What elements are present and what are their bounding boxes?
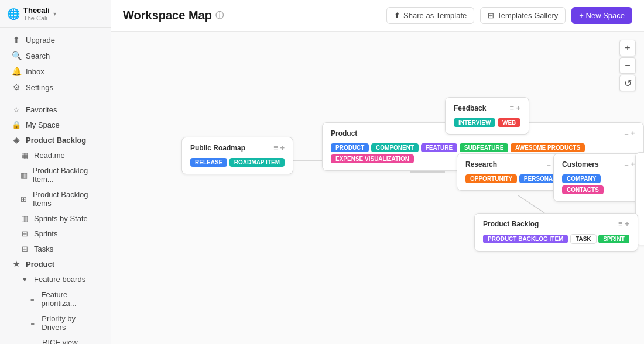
- node-customers-actions[interactable]: ≡ +: [624, 160, 635, 168]
- sidebar-label-tasks: Tasks: [34, 245, 53, 253]
- sidebar-label-sprints-by-state: Sprints by State: [34, 214, 88, 223]
- sidebar-item-search[interactable]: 🔍 Search: [4, 48, 107, 63]
- templates-gallery-btn[interactable]: ⊞ Templates Gallery: [480, 7, 566, 24]
- sprints-by-state-icon: ▥: [20, 214, 29, 223]
- node-customers[interactable]: Customers ≡ + COMPANY CONTACTS: [553, 153, 644, 202]
- sidebar-label-feature-prioritiza: Feature prioritiza...: [42, 290, 99, 308]
- sidebar-label-favorites: Favorites: [26, 105, 57, 114]
- tag-subfeature: SUBFEATURE: [460, 143, 509, 152]
- org-name: Thecali: [23, 6, 50, 15]
- sidebar-item-myspace[interactable]: 🔒 My Space: [4, 118, 107, 132]
- favorites-icon: ☆: [12, 105, 21, 114]
- sidebar-label-upgrade: Upgrade: [26, 36, 55, 44]
- sidebar-label-settings: Settings: [26, 83, 53, 92]
- sidebar-item-tasks[interactable]: ⊞ Tasks: [4, 242, 107, 256]
- header-actions: ⬆ Share as Template ⊞ Templates Gallery …: [386, 7, 632, 24]
- node-research-title: Research: [465, 160, 497, 168]
- tag-contacts: CONTACTS: [562, 185, 604, 194]
- org-sub: The Cali: [23, 15, 50, 22]
- main: Workspace Map ⓘ ⬆ Share as Template ⊞ Te…: [111, 0, 644, 344]
- tag-expense-visualization: EXPENSE VISUALIZATION: [331, 154, 414, 163]
- tasks-icon: ⊞: [20, 245, 29, 253]
- sidebar-item-inbox[interactable]: 🔔 Inbox: [4, 64, 107, 79]
- tag-product: PRODUCT: [331, 143, 369, 152]
- upgrade-icon: ⬆: [12, 35, 21, 44]
- rice-view-icon: ≡: [28, 339, 37, 345]
- zoom-out-btn[interactable]: −: [619, 57, 636, 74]
- sidebar-item-feature-prioritiza[interactable]: ≡ Feature prioritiza...: [4, 287, 107, 311]
- sidebar-item-product[interactable]: ★ Product: [4, 257, 107, 271]
- node-feedback-title: Feedback: [454, 104, 486, 112]
- sidebar-nav: ⬆ Upgrade 🔍 Search 🔔 Inbox ⚙ Settings: [0, 28, 111, 99]
- search-icon: 🔍: [12, 51, 21, 60]
- node-product-actions[interactable]: ≡ +: [624, 129, 635, 137]
- node-customers-header: Customers ≡ +: [562, 160, 635, 168]
- node-public-roadmap[interactable]: Public Roadmap ≡ + RELEASE ROADMAP ITEM: [181, 137, 293, 174]
- sidebar-item-upgrade[interactable]: ⬆ Upgrade: [4, 32, 107, 47]
- sidebar-item-favorites[interactable]: ☆ Favorites: [4, 102, 107, 117]
- header: Workspace Map ⓘ ⬆ Share as Template ⊞ Te…: [111, 0, 644, 32]
- info-icon[interactable]: ⓘ: [215, 11, 224, 21]
- inbox-icon: 🔔: [12, 67, 21, 76]
- node-pb-actions[interactable]: ≡ +: [618, 219, 629, 228]
- sidebar-sections: ☆ Favorites 🔒 My Space ◈ Product Backlog…: [0, 99, 111, 344]
- tag-opportunity: OPPORTUNITY: [465, 174, 517, 183]
- node-customers-title: Customers: [562, 160, 599, 168]
- sidebar-label-inbox: Inbox: [26, 67, 44, 76]
- sidebar-item-sprints[interactable]: ⊞ Sprints: [4, 226, 107, 241]
- sidebar-label-sprints: Sprints: [34, 229, 57, 238]
- myspace-icon: 🔒: [12, 121, 21, 129]
- sidebar-label-product: Product: [26, 260, 54, 269]
- tag-release: RELEASE: [190, 158, 227, 167]
- tag-feature: FEATURE: [421, 143, 457, 152]
- sidebar-item-pbi[interactable]: ⊞ Product Backlog Items: [4, 187, 107, 211]
- sidebar-item-readme[interactable]: ▦ Read.me: [4, 148, 107, 163]
- tag-task: TASK: [570, 234, 596, 244]
- sidebar-item-priority-by-drivers[interactable]: ≡ Priority by Drivers: [4, 311, 107, 335]
- tag-component: COMPONENT: [371, 143, 419, 152]
- share-template-btn[interactable]: ⬆ Share as Template: [386, 7, 474, 24]
- sidebar-label-product-backlog: Product Backlog: [26, 136, 86, 145]
- sidebar-item-sprints-by-state[interactable]: ▥ Sprints by State: [4, 211, 107, 226]
- sidebar-item-settings[interactable]: ⚙ Settings: [4, 80, 107, 95]
- page-title: Workspace Map: [123, 9, 212, 22]
- node-public-roadmap-header: Public Roadmap ≡ +: [190, 143, 285, 152]
- sidebar-item-feature-boards[interactable]: ▾ Feature boards: [4, 272, 107, 287]
- settings-icon: ⚙: [12, 82, 21, 92]
- sidebar-label-myspace: My Space: [26, 121, 60, 129]
- svg-line-6: [518, 195, 544, 213]
- sidebar-item-rice-view[interactable]: ≡ RICE view: [4, 335, 107, 344]
- node-product-title: Product: [331, 129, 357, 137]
- pbi-parent-icon: ▥: [20, 171, 28, 180]
- tag-web: WEB: [498, 118, 520, 127]
- new-space-btn[interactable]: + New Space: [571, 7, 632, 24]
- node-feedback-header: Feedback ≡ +: [454, 104, 520, 112]
- tag-pbi: PRODUCT BACKLOG ITEM: [483, 235, 568, 243]
- node-research[interactable]: Research ≡ + OPPORTUNITY PERSONA: [457, 153, 566, 191]
- feature-prioritiza-icon: ≡: [28, 295, 37, 302]
- feature-boards-icon: ▾: [20, 275, 29, 284]
- sprints-icon: ⊞: [20, 229, 29, 238]
- sidebar-item-product-backlog[interactable]: ◈ Product Backlog: [4, 133, 107, 147]
- sidebar-item-pbi-parent[interactable]: ▥ Product Backlog Item...: [4, 163, 107, 187]
- sidebar-label-priority-by-drivers: Priority by Drivers: [42, 314, 99, 332]
- header-title: Workspace Map ⓘ: [123, 9, 379, 22]
- tag-sprint: SPRINT: [598, 235, 629, 243]
- pbi-icon: ⊞: [20, 195, 28, 204]
- node-public-roadmap-title: Public Roadmap: [190, 144, 245, 152]
- zoom-controls: + − ↺: [619, 40, 636, 91]
- tag-persona: PERSONA: [519, 174, 557, 183]
- node-actions[interactable]: ≡ +: [273, 143, 285, 152]
- tag-interview: INTERVIEW: [454, 118, 495, 127]
- tag-company: COMPANY: [562, 174, 601, 183]
- canvas[interactable]: Public Roadmap ≡ + RELEASE ROADMAP ITEM …: [111, 32, 644, 344]
- node-feedback-actions[interactable]: ≡ +: [510, 104, 521, 112]
- node-product-backlog[interactable]: Product Backlog ≡ + PRODUCT BACKLOG ITEM…: [474, 213, 638, 252]
- sidebar-label-pbi-parent: Product Backlog Item...: [33, 166, 99, 184]
- node-feedback[interactable]: Feedback ≡ + INTERVIEW WEB: [445, 97, 529, 135]
- readme-icon: ▦: [20, 151, 29, 160]
- sidebar-header[interactable]: 🌐 Thecali The Cali ▾: [0, 0, 111, 28]
- sidebar-label-search: Search: [26, 51, 50, 60]
- zoom-in-btn[interactable]: +: [619, 40, 636, 56]
- zoom-reset-btn[interactable]: ↺: [619, 75, 636, 91]
